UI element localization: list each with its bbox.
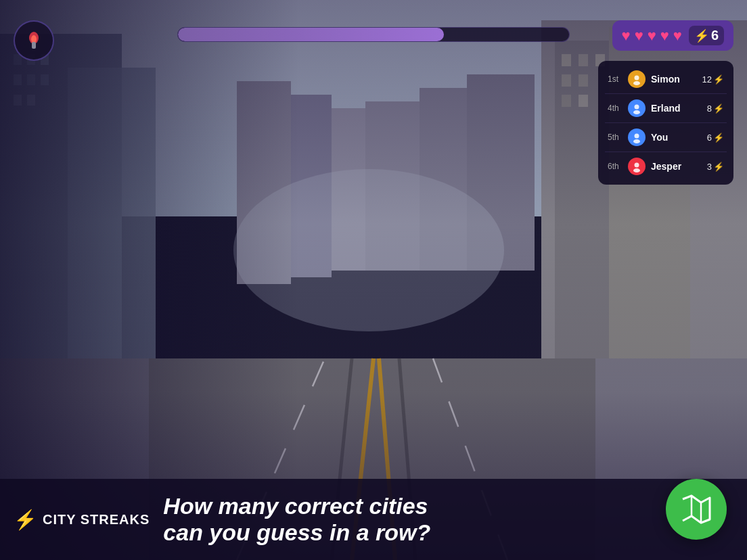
progress-bar <box>177 27 570 42</box>
map-icon <box>679 492 713 526</box>
brand-title: CITY STREAKS <box>43 512 150 527</box>
svg-point-47 <box>635 105 639 110</box>
leaderboard-row-3: 5th You 6 ⚡ <box>598 124 733 150</box>
lb-lightning-4: ⚡ <box>713 162 724 172</box>
lb-divider-2 <box>605 122 727 123</box>
lb-rank-2: 4th <box>608 103 622 113</box>
status-bar: ♥ ♥ ♥ ♥ ♥ ⚡ 6 <box>612 20 733 51</box>
lb-score-4: 3 ⚡ <box>707 162 724 172</box>
lightning-badge: ⚡ 6 <box>689 26 724 45</box>
lb-score-1: 12 ⚡ <box>702 74 724 85</box>
brand-lightning-icon: ⚡ <box>14 509 37 531</box>
heart-2: ♥ <box>635 27 643 45</box>
lb-avatar-2 <box>628 99 646 117</box>
svg-point-53 <box>635 163 639 168</box>
svg-point-54 <box>633 168 640 172</box>
svg-point-50 <box>635 134 639 139</box>
svg-point-45 <box>633 81 640 85</box>
lb-rank-3: 5th <box>608 133 622 142</box>
leaderboard-row-4: 6th Jesper 3 ⚡ <box>598 154 733 179</box>
lb-lightning-3: ⚡ <box>713 133 724 143</box>
lb-lightning-2: ⚡ <box>713 103 724 114</box>
lb-score-3: 6 ⚡ <box>707 133 724 143</box>
logo-circle <box>14 20 54 61</box>
map-button[interactable] <box>666 479 727 540</box>
lb-rank-1: 1st <box>608 74 622 84</box>
brand-logo: ⚡ CITY STREAKS <box>14 509 150 531</box>
progress-bar-fill <box>178 28 444 41</box>
leaderboard-panel: 1st Simon 12 ⚡ 4th Erland 8 ⚡ 5th You 6 … <box>598 61 733 185</box>
lb-divider-3 <box>605 151 727 152</box>
svg-point-44 <box>635 76 639 80</box>
heart-3: ♥ <box>648 27 656 45</box>
lb-name-4: Jesper <box>651 161 702 172</box>
heart-4: ♥ <box>660 27 669 45</box>
lb-avatar-1 <box>628 70 646 88</box>
lb-avatar-4 <box>628 158 646 175</box>
logo-icon <box>22 28 46 53</box>
svg-point-51 <box>633 139 640 143</box>
heart-5: ♥ <box>673 27 682 45</box>
leaderboard-row-1: 1st Simon 12 ⚡ <box>598 66 733 92</box>
lb-divider-1 <box>605 93 727 94</box>
lightning-count: 6 <box>711 28 719 43</box>
lb-name-1: Simon <box>651 74 697 85</box>
lb-rank-4: 6th <box>608 162 622 171</box>
lb-name-2: Erland <box>651 103 702 114</box>
lightning-icon: ⚡ <box>694 28 709 43</box>
lb-score-2: 8 ⚡ <box>707 103 724 114</box>
logo-area <box>14 20 61 68</box>
lb-lightning-1: ⚡ <box>713 74 724 85</box>
svg-point-48 <box>633 110 640 114</box>
heart-1: ♥ <box>622 27 631 45</box>
tagline-text: How many correct cities can you guess in… <box>163 493 733 546</box>
lb-name-3: You <box>651 132 702 143</box>
svg-rect-42 <box>32 42 36 49</box>
lb-avatar-3 <box>628 129 646 146</box>
bottom-bar: ⚡ CITY STREAKS How many correct cities c… <box>0 479 747 560</box>
leaderboard-row-2: 4th Erland 8 ⚡ <box>598 95 733 121</box>
